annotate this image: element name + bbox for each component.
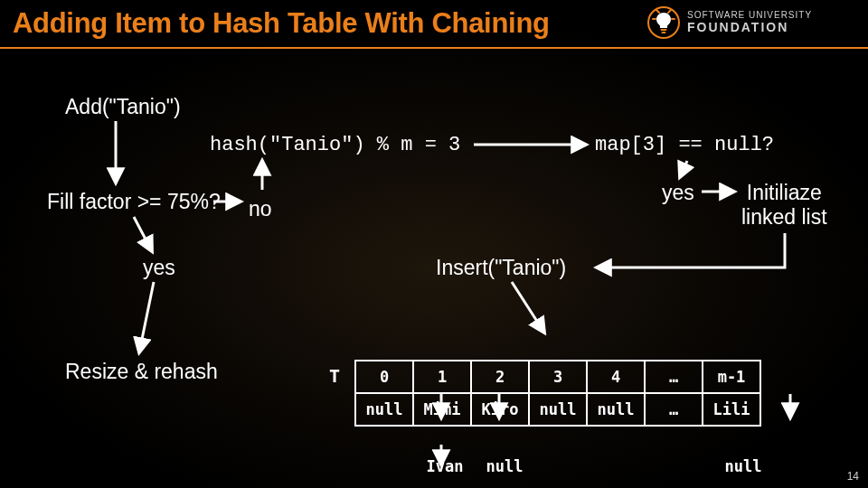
idx-cell: 0 xyxy=(355,361,413,393)
chain-cell xyxy=(655,452,712,481)
branch-yes-1: yes xyxy=(143,256,175,280)
idx-cell: m-1 xyxy=(703,361,760,393)
step-hash-expr: hash("Tanio") % m = 3 xyxy=(210,134,460,156)
step-map-null-q: map[3] == null? xyxy=(595,134,774,156)
page-number: 14 xyxy=(847,470,859,483)
svg-line-9 xyxy=(134,217,152,251)
brand-logo: SOFTWARE UNIVERSITY FOUNDATION xyxy=(646,4,854,42)
step-resize: Resize & rehash xyxy=(65,360,218,384)
svg-rect-2 xyxy=(662,32,666,33)
idx-cell: … xyxy=(645,361,703,393)
step-fill-factor-q: Fill factor >= 75%? xyxy=(47,190,221,214)
idx-cell: 2 xyxy=(471,361,529,393)
step-init-list: Initiliaze linked list xyxy=(741,181,827,230)
idx-cell: 3 xyxy=(529,361,587,393)
svg-line-10 xyxy=(139,282,154,352)
table-row: null Mimi Kiro null null … Lili xyxy=(355,393,760,426)
logo-line2: FOUNDATION xyxy=(687,21,812,34)
title-underline xyxy=(0,47,868,49)
chain-cell: Ivan xyxy=(416,452,474,481)
chain-cell xyxy=(595,452,653,481)
cell: Lili xyxy=(703,393,760,426)
idx-cell: 1 xyxy=(413,361,471,393)
cell: Kiro xyxy=(471,393,529,426)
step-add-call: Add("Tanio") xyxy=(65,95,181,119)
step-insert: Insert("Tanio") xyxy=(436,256,566,280)
table-label: T xyxy=(329,365,340,387)
cell: null xyxy=(587,393,645,426)
chain-cell: null xyxy=(476,452,533,481)
cell: null xyxy=(355,393,413,426)
chain-row-1: Ivan null null xyxy=(356,452,772,481)
hash-table: 0 1 2 3 4 … m-1 null Mimi Kiro null null… xyxy=(354,360,774,488)
svg-rect-1 xyxy=(661,29,667,31)
cell: null xyxy=(529,393,587,426)
cell: … xyxy=(645,393,703,426)
slide-title: Adding Item to Hash Table With Chaining xyxy=(13,7,550,40)
lightbulb-icon xyxy=(646,5,682,41)
svg-line-11 xyxy=(512,282,544,333)
chain-cell xyxy=(356,452,414,481)
branch-yes-2: yes xyxy=(662,181,694,205)
branch-no: no xyxy=(249,197,272,221)
idx-cell: 4 xyxy=(587,361,645,393)
cell: Mimi xyxy=(413,393,471,426)
chain-cell: null xyxy=(714,452,772,481)
index-row: 0 1 2 3 4 … m-1 xyxy=(355,361,760,393)
svg-line-7 xyxy=(680,161,687,177)
chain-cell xyxy=(535,452,593,481)
